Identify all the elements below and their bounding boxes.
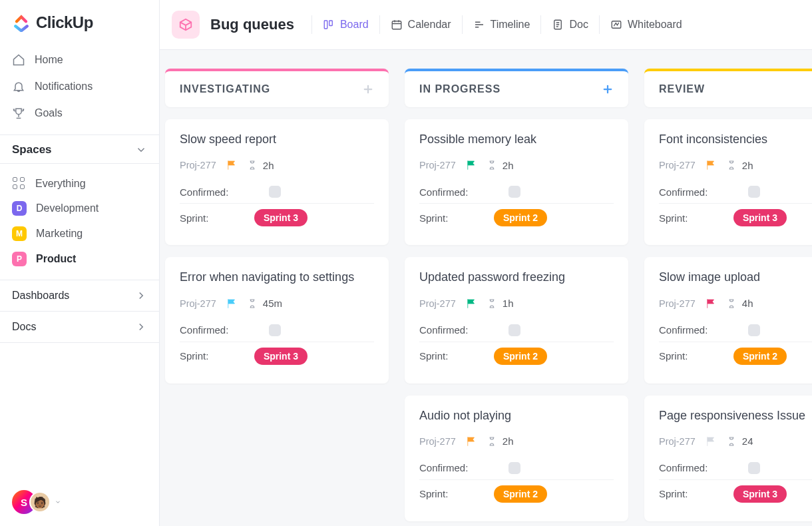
sprint-label: Sprint: — [659, 350, 688, 362]
flag-icon[interactable] — [705, 298, 717, 310]
page-icon[interactable] — [172, 11, 200, 39]
calendar-icon — [391, 19, 403, 31]
svg-rect-4 — [612, 21, 621, 29]
task-card[interactable]: Error when navigating to settings Proj-2… — [165, 257, 389, 383]
space-everything[interactable]: Everything — [0, 172, 159, 196]
task-meta: Proj-277 24 — [659, 435, 812, 447]
confirmed-checkbox[interactable] — [748, 324, 760, 336]
confirmed-label: Confirmed: — [419, 186, 468, 198]
project-id: Proj-277 — [180, 160, 216, 170]
task-card[interactable]: Page responsiveness Issue Proj-277 24 Co… — [644, 395, 812, 521]
confirmed-checkbox[interactable] — [748, 462, 760, 474]
confirmed-checkbox[interactable] — [269, 186, 281, 198]
duration: 24 — [742, 435, 753, 447]
hourglass-icon — [487, 160, 497, 170]
sprint-badge[interactable]: Sprint 2 — [494, 209, 547, 226]
section-dashboards[interactable]: Dashboards — [0, 280, 159, 311]
column-name: IN PROGRESS — [419, 83, 501, 95]
confirmed-checkbox[interactable] — [508, 462, 520, 474]
doc-icon — [552, 19, 564, 31]
sprint-badge[interactable]: Sprint 3 — [254, 348, 307, 365]
view-tab-timeline[interactable]: Timeline — [465, 15, 538, 35]
flag-icon[interactable] — [226, 159, 238, 171]
task-title: Error when navigating to settings — [180, 269, 374, 285]
space-product[interactable]: P Product — [0, 246, 159, 272]
space-development[interactable]: D Development — [0, 196, 159, 221]
column-header: INVESTIGATING — [165, 69, 389, 107]
project-id: Proj-277 — [419, 160, 456, 170]
confirmed-checkbox[interactable] — [748, 186, 760, 198]
task-card[interactable]: Updated password freezing Proj-277 1h Co… — [405, 257, 628, 383]
confirmed-label: Confirmed: — [659, 324, 708, 336]
board-area: INVESTIGATING Slow speed report Proj-277… — [160, 50, 812, 526]
sprint-badge[interactable]: Sprint 2 — [494, 485, 547, 503]
sprint-badge[interactable]: Sprint 3 — [733, 209, 787, 226]
task-meta: Proj-277 2h — [419, 159, 614, 171]
sprint-badge[interactable]: Sprint 2 — [494, 348, 547, 365]
hourglass-icon — [247, 298, 258, 309]
confirmed-row: Confirmed: — [419, 180, 614, 203]
task-meta: Proj-277 2h — [659, 159, 812, 171]
add-card-button[interactable] — [602, 83, 614, 95]
flag-icon[interactable] — [705, 435, 717, 447]
nav-label: Goals — [35, 107, 63, 119]
sprint-label: Sprint: — [419, 350, 448, 362]
nav-goals[interactable]: Goals — [0, 100, 159, 127]
sprint-badge[interactable]: Sprint 2 — [733, 348, 787, 365]
flag-icon[interactable] — [465, 159, 477, 171]
confirmed-checkbox[interactable] — [269, 324, 281, 336]
task-card[interactable]: Possible memory leak Proj-277 2h Confirm… — [405, 119, 628, 245]
confirmed-row: Confirmed: — [659, 457, 812, 479]
sprint-label: Sprint: — [419, 212, 448, 224]
confirmed-checkbox[interactable] — [508, 324, 520, 336]
view-tab-label: Timeline — [491, 19, 530, 31]
spaces-header-label: Spaces — [12, 143, 52, 156]
view-tab-label: Whiteboard — [628, 19, 682, 31]
primary-nav: Home Notifications Goals — [0, 44, 159, 134]
task-title: Audio not playing — [419, 407, 614, 423]
task-title: Slow image upload — [659, 269, 812, 285]
confirmed-row: Confirmed: — [419, 319, 614, 342]
section-docs[interactable]: Docs — [0, 311, 159, 343]
view-tab-label: Board — [340, 19, 369, 31]
confirmed-row: Confirmed: — [180, 180, 374, 203]
logo-text: ClickUp — [36, 13, 93, 32]
logo[interactable]: ClickUp — [0, 0, 159, 44]
task-card[interactable]: Slow image upload Proj-277 4h Confirmed:… — [644, 257, 812, 383]
task-card[interactable]: Audio not playing Proj-277 2h Confirmed:… — [405, 395, 628, 521]
spaces-header[interactable]: Spaces — [0, 134, 159, 164]
whiteboard-icon — [610, 19, 622, 31]
flag-icon[interactable] — [226, 298, 238, 310]
hourglass-icon — [726, 436, 737, 447]
column-name: INVESTIGATING — [180, 83, 270, 95]
view-tab-board[interactable]: Board — [315, 15, 377, 35]
task-card[interactable]: Font inconsistencies Proj-277 2h Confirm… — [644, 119, 812, 245]
topbar: Bug queues Board Calendar Timeline Doc W… — [160, 0, 812, 50]
column-header: IN PROGRESS — [405, 69, 628, 107]
hourglass-icon — [726, 160, 737, 170]
space-marketing[interactable]: M Marketing — [0, 221, 159, 246]
bell-icon — [12, 80, 25, 93]
nav-home[interactable]: Home — [0, 47, 159, 73]
confirmed-checkbox[interactable] — [508, 186, 520, 198]
sprint-row: Sprint: Sprint 3 — [659, 479, 812, 508]
view-tab-calendar[interactable]: Calendar — [383, 15, 459, 35]
flag-icon[interactable] — [465, 435, 477, 447]
task-title: Slow speed report — [180, 131, 374, 147]
task-title: Page responsiveness Issue — [659, 407, 812, 423]
task-meta: Proj-277 4h — [659, 298, 812, 310]
sprint-badge[interactable]: Sprint 3 — [254, 209, 307, 226]
flag-icon[interactable] — [465, 298, 477, 310]
view-tab-doc[interactable]: Doc — [544, 15, 596, 35]
user-menu[interactable]: S 🧑🏾 — [12, 490, 61, 514]
add-card-button[interactable] — [362, 83, 374, 95]
flag-icon[interactable] — [705, 159, 717, 171]
view-tab-label: Doc — [569, 19, 588, 31]
hourglass-icon — [726, 298, 737, 309]
sprint-badge[interactable]: Sprint 3 — [733, 485, 787, 503]
nav-notifications[interactable]: Notifications — [0, 73, 159, 100]
view-tab-whiteboard[interactable]: Whiteboard — [602, 15, 690, 35]
task-card[interactable]: Slow speed report Proj-277 2h Confirmed:… — [165, 119, 389, 245]
separator — [311, 15, 312, 34]
confirmed-row: Confirmed: — [180, 319, 374, 342]
